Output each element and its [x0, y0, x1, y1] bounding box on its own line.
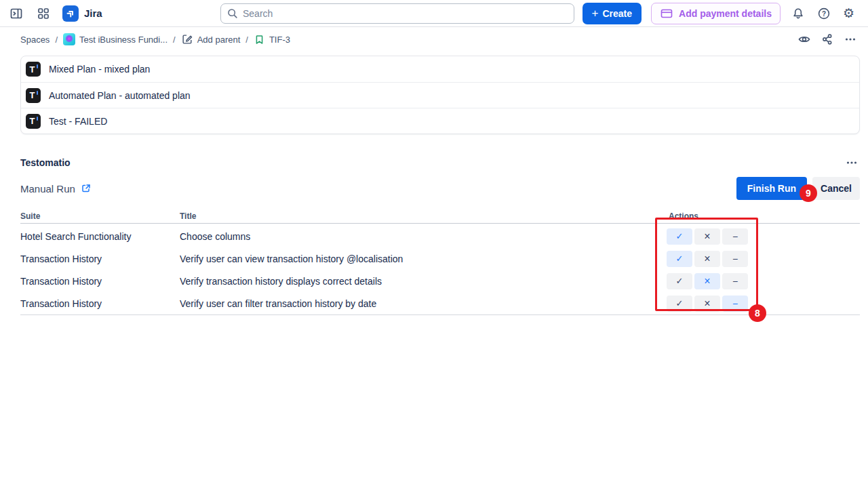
actions-cell: ✓ × −: [646, 251, 860, 267]
global-search: [220, 3, 574, 24]
mark-passed-button[interactable]: ✓: [667, 296, 692, 312]
title-cell: Choose columns: [180, 231, 646, 242]
add-payment-label: Add payment details: [679, 8, 772, 19]
notifications-button[interactable]: [790, 5, 806, 22]
title-cell: Verify transaction history displays corr…: [180, 276, 646, 287]
search-icon: [226, 7, 239, 20]
bookmark-icon: [254, 34, 265, 45]
add-parent-button[interactable]: Add parent: [181, 33, 241, 45]
settings-button[interactable]: ⚙: [842, 5, 856, 21]
more-actions-button[interactable]: [842, 31, 859, 47]
finish-run-button[interactable]: Finish Run: [736, 177, 807, 200]
list-item-label: Automated Plan - automated plan: [49, 90, 191, 101]
list-item[interactable]: T Test - FAILED: [21, 108, 859, 134]
list-item-label: Test - FAILED: [49, 116, 107, 127]
gear-icon: ⚙: [843, 7, 854, 20]
test-plan-list: T Mixed Plan - mixed plan T Automated Pl…: [20, 56, 860, 134]
panel-title: Testomatio: [20, 157, 71, 168]
space-avatar: [63, 33, 75, 45]
list-item[interactable]: T Mixed Plan - mixed plan: [21, 56, 859, 82]
breadcrumb-issue-link[interactable]: TIF-3: [254, 34, 290, 45]
add-parent-label: Add parent: [197, 35, 241, 45]
share-button[interactable]: [819, 31, 835, 47]
create-button-label: Create: [602, 8, 632, 19]
table-row: Transaction History Verify user can filt…: [20, 292, 860, 314]
manual-run-link[interactable]: Manual Run: [20, 183, 92, 195]
cancel-button[interactable]: Cancel: [812, 177, 860, 200]
test-results-table: Suite Title Actions Hotel Search Functio…: [20, 209, 860, 315]
mark-skipped-button[interactable]: −: [722, 273, 748, 289]
breadcrumb-spaces-label: Spaces: [20, 35, 50, 45]
suite-cell: Transaction History: [20, 253, 180, 264]
actions-cell: ✓ × −: [646, 296, 860, 312]
help-button[interactable]: ?: [816, 5, 832, 22]
app-grid-icon: [37, 7, 50, 20]
suite-cell: Hotel Search Functionality: [20, 231, 180, 242]
title-cell: Verify user can view transaction history…: [180, 253, 646, 264]
watch-button[interactable]: [796, 31, 812, 47]
column-header-title: Title: [180, 211, 646, 221]
jira-logo-icon: [62, 5, 79, 22]
table-header-row: Suite Title Actions: [20, 209, 860, 224]
breadcrumb-separator: /: [55, 35, 58, 45]
issue-key-label: TIF-3: [269, 35, 290, 45]
collapse-sidebar-icon: [9, 7, 23, 20]
title-cell: Verify user can filter transaction histo…: [180, 298, 646, 309]
more-horizontal-icon: [844, 33, 857, 46]
breadcrumb-space-label: Test iBusiness Fundi...: [79, 35, 167, 45]
suite-cell: Transaction History: [20, 298, 180, 309]
page-actions: [796, 31, 859, 47]
question-mark-icon: ?: [817, 7, 831, 20]
jira-home-link[interactable]: Jira: [62, 5, 102, 22]
collapse-sidebar-button[interactable]: [8, 5, 24, 22]
mark-failed-button[interactable]: ×: [694, 228, 720, 245]
mark-failed-button[interactable]: ×: [694, 296, 720, 312]
mark-passed-button[interactable]: ✓: [667, 251, 692, 267]
app-switcher-button[interactable]: [35, 5, 52, 22]
testomatio-icon: T: [26, 114, 41, 129]
breadcrumb-spaces-link[interactable]: Spaces: [20, 35, 50, 45]
svg-text:?: ?: [822, 9, 826, 17]
search-input[interactable]: [220, 3, 574, 24]
column-header-actions: Actions: [646, 211, 860, 221]
bell-icon: [791, 7, 805, 20]
app-name: Jira: [84, 7, 102, 19]
share-icon: [821, 33, 834, 46]
topbar-right-group: + Create Add payment details: [583, 3, 861, 24]
credit-card-icon: [660, 7, 673, 20]
breadcrumb-space-link[interactable]: Test iBusiness Fundi...: [63, 33, 167, 45]
actions-cell: ✓ × −: [646, 273, 860, 289]
topbar-left-group: Jira: [8, 5, 220, 22]
breadcrumb: Spaces / Test iBusiness Fundi... / Add p…: [0, 27, 868, 52]
more-horizontal-icon: [845, 156, 859, 169]
column-header-suite: Suite: [20, 211, 180, 221]
breadcrumb-separator: /: [245, 35, 248, 45]
mark-skipped-button[interactable]: −: [722, 228, 748, 245]
breadcrumb-separator: /: [173, 35, 176, 45]
eye-icon: [797, 33, 811, 46]
mark-failed-button[interactable]: ×: [694, 273, 720, 289]
plus-icon: +: [592, 7, 599, 19]
mark-skipped-button[interactable]: −: [722, 251, 748, 267]
run-label-text: Manual Run: [20, 183, 75, 195]
top-navigation-bar: Jira + Create Add payment details: [0, 0, 868, 27]
mark-passed-button[interactable]: ✓: [667, 273, 692, 289]
table-row: Transaction History Verify transaction h…: [20, 270, 860, 292]
mark-skipped-button[interactable]: −: [722, 296, 748, 312]
table-row: Transaction History Verify user can view…: [20, 247, 860, 270]
actions-cell: ✓ × −: [646, 228, 860, 245]
add-payment-details-button[interactable]: Add payment details: [651, 3, 781, 24]
external-link-icon: [81, 183, 92, 194]
testomatio-icon: T: [26, 62, 41, 77]
edit-icon: [181, 33, 193, 45]
list-item[interactable]: T Automated Plan - automated plan: [21, 82, 859, 108]
mark-passed-button[interactable]: ✓: [667, 228, 692, 245]
testomatio-panel: Testomatio Manual Run Finish Run Cancel: [20, 155, 860, 315]
suite-cell: Transaction History: [20, 276, 180, 287]
testomatio-icon: T: [26, 88, 41, 103]
create-button[interactable]: + Create: [583, 3, 642, 24]
mark-failed-button[interactable]: ×: [694, 251, 720, 267]
list-item-label: Mixed Plan - mixed plan: [49, 64, 150, 75]
table-row: Hotel Search Functionality Choose column…: [20, 225, 860, 247]
panel-more-button[interactable]: [844, 155, 860, 171]
